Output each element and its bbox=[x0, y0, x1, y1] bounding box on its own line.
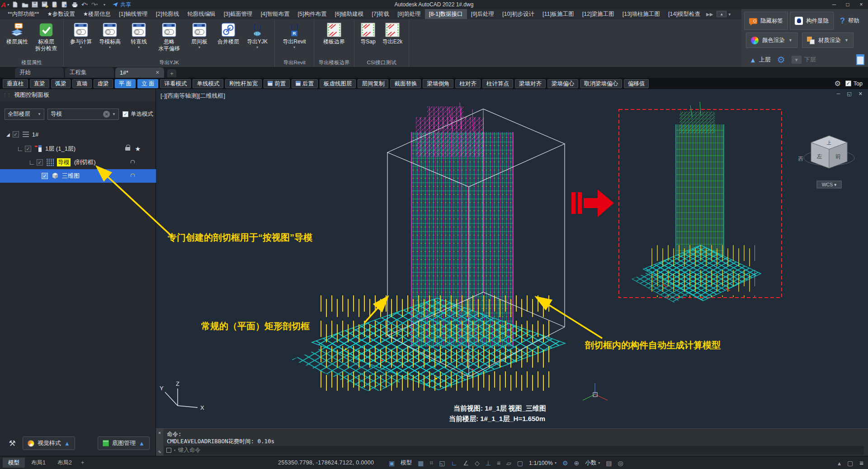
new-file-icon[interactable] bbox=[10, 0, 20, 9]
floor-filter-dropdown[interactable]: 全部楼层▼ bbox=[5, 109, 44, 120]
command-input[interactable]: ▾ 键入命令 bbox=[164, 446, 864, 455]
save-icon[interactable] bbox=[30, 0, 40, 9]
visual-style-button[interactable]: 视觉样式 ▲ bbox=[23, 436, 75, 450]
single-line-mode-button[interactable]: 单线模式 bbox=[193, 79, 223, 88]
straight-beam-button[interactable]: 直梁 bbox=[30, 79, 49, 88]
clean-screen-icon[interactable]: ▢ bbox=[847, 460, 853, 467]
export-sap-button[interactable]: 导Sap bbox=[357, 20, 379, 45]
redo-icon[interactable]: ↷▾ bbox=[90, 0, 99, 9]
ribbon-tab[interactable]: [12]梁施工图 bbox=[578, 9, 618, 19]
new-layout-button[interactable]: + bbox=[78, 458, 87, 468]
detail-mode-button[interactable]: 详看模式 bbox=[160, 79, 191, 88]
ribbon-tab[interactable]: [9]后处理 bbox=[467, 9, 498, 19]
transparency-icon[interactable]: ▱ bbox=[506, 460, 511, 467]
save-as-icon[interactable] bbox=[40, 0, 50, 9]
ribbon-tab[interactable]: [14]模型检查 bbox=[664, 9, 704, 19]
export-revit-button[interactable]: (↓)R 导出Revit▾ bbox=[278, 20, 311, 49]
clear-search-icon[interactable]: ✕ bbox=[103, 111, 110, 118]
open-folder-icon[interactable] bbox=[20, 0, 30, 9]
beam-wall-chamfer-button[interactable]: 梁墙倒角 bbox=[423, 79, 453, 88]
ribbon-tab[interactable]: [13]墙柱施工图 bbox=[618, 9, 664, 19]
single-select-mode-checkbox[interactable]: ✓单选模式 bbox=[123, 110, 153, 118]
lock-icon[interactable] bbox=[125, 147, 130, 151]
ribbon-tab[interactable]: **内部功能** bbox=[4, 9, 43, 19]
model-space-label[interactable]: 模型 bbox=[401, 459, 412, 467]
ribbon-tab[interactable]: ★参数设置 bbox=[43, 9, 79, 19]
merge-floors-button[interactable]: 合并楼层 bbox=[214, 20, 243, 45]
panel-header[interactable]: ⋮⋮ 视图控制面板 bbox=[0, 89, 156, 101]
section-replace-button[interactable]: 截面替换 bbox=[390, 79, 421, 88]
tools-icon[interactable]: ⚒ bbox=[5, 439, 19, 448]
slab-boundary-button[interactable]: 楼板边界 bbox=[317, 20, 351, 45]
dropdown-caret-icon[interactable]: ▾ bbox=[138, 45, 140, 49]
arc-beam-button[interactable]: 弧梁 bbox=[51, 79, 71, 88]
viewcube[interactable]: 上 左 前 西 WCS ▾ bbox=[798, 136, 855, 188]
ribbon-tab[interactable]: [10]初步设计 bbox=[498, 9, 538, 19]
annotation-monitor-icon[interactable]: ⊕ bbox=[574, 460, 579, 467]
standard-floor-split-check-button[interactable]: 标准层 拆分检查 bbox=[32, 20, 61, 52]
toolbar-settings-gear-icon[interactable]: ⚙ bbox=[835, 79, 841, 88]
command-line-panel[interactable]: ✕ ✎ 命令: CMDLEAVELOADRIBBON花费时间: 0.10s ▾ … bbox=[156, 428, 868, 456]
ortho-icon[interactable]: ∟ bbox=[451, 460, 458, 467]
view-search-combobox[interactable]: 导模 ✕ ▼ bbox=[47, 109, 119, 120]
close-command-panel-icon[interactable]: ✕ bbox=[158, 430, 161, 435]
ribbon-tab[interactable]: [4]智能布置 bbox=[257, 9, 294, 19]
dropdown-caret-icon[interactable]: ▾ bbox=[293, 45, 295, 49]
column-align-button[interactable]: 柱对齐 bbox=[455, 79, 481, 88]
close-button[interactable]: × bbox=[854, 0, 868, 9]
export-elevation-button[interactable]: 导模标高▾ bbox=[95, 20, 124, 49]
ribbon-tab[interactable]: [6]辅助建模 bbox=[330, 9, 368, 19]
tree-row-export-view[interactable]: ✓ 导模 (剖切框) bbox=[0, 156, 156, 169]
rigid-bar-widen-button[interactable]: 刚性杆加宽 bbox=[225, 79, 262, 88]
top-view-checkbox[interactable]: ✓Top bbox=[845, 81, 863, 87]
model-viewport[interactable]: [-][西南等轴测][二维线框] ─ ◱ ✕ bbox=[156, 89, 868, 428]
component-visibility-button[interactable]: 构件显隐 bbox=[790, 12, 834, 30]
join-calculation-button[interactable]: 参与计算▾ bbox=[66, 20, 95, 49]
new-tab-button[interactable]: + bbox=[167, 69, 176, 77]
lineweight-icon[interactable]: ≡ bbox=[497, 460, 500, 467]
mobile-save-icon[interactable] bbox=[50, 0, 60, 9]
share-button[interactable]: 共享 bbox=[112, 1, 131, 9]
quick-properties-icon[interactable]: ▤ bbox=[606, 460, 612, 467]
star-icon[interactable]: ★ bbox=[135, 145, 141, 152]
viewport-controls-label[interactable]: [-][西南等轴测][二维线框] bbox=[160, 92, 225, 100]
export-yjk-button[interactable]: (↓) 导出YJK▾ bbox=[243, 20, 272, 49]
cancel-eccentric-button[interactable]: 取消梁墙偏心 bbox=[580, 79, 622, 88]
expand-arrow-icon[interactable]: ◢ bbox=[6, 132, 10, 137]
layout-tab-model[interactable]: 模型 bbox=[3, 458, 25, 468]
interlayer-slab-button[interactable]: 层间板▾ bbox=[185, 20, 214, 49]
material-render-dropdown[interactable]: 材质渲染▼ bbox=[802, 33, 854, 48]
snap-icon[interactable]: ⌗ bbox=[429, 459, 433, 467]
ribbon-tab[interactable]: 轮廓线编辑 bbox=[183, 9, 220, 19]
vertical-column-button[interactable]: 垂直柱 bbox=[3, 79, 28, 88]
graphics-performance-icon[interactable]: ▴ bbox=[838, 460, 841, 467]
tree-checkbox[interactable]: ✓ bbox=[42, 173, 48, 179]
grid-icon[interactable]: ▦ bbox=[418, 460, 424, 467]
layout-tab-2[interactable]: 布局2 bbox=[52, 458, 77, 468]
tab-overflow-icon[interactable]: ▶▶ bbox=[704, 12, 715, 17]
plot-icon[interactable] bbox=[70, 0, 80, 9]
tree-row-3d-view-selected[interactable]: ✓ 三维图 bbox=[0, 169, 156, 183]
ribbon-tab[interactable]: [5]构件布置 bbox=[294, 9, 331, 19]
quick-access-dropdown-icon[interactable]: ▾ bbox=[99, 0, 109, 9]
offset-value-button[interactable]: 偏移值 bbox=[624, 79, 649, 88]
export-e2k-button[interactable]: 导出E2k bbox=[379, 20, 406, 45]
floor-properties-button[interactable]: ••• 楼层属性 bbox=[3, 20, 32, 45]
ribbon-tab[interactable]: [8]前处理 bbox=[393, 9, 425, 19]
ribbon-tab[interactable]: [2]轮廓线 bbox=[152, 9, 183, 19]
ribbon-tab[interactable]: [7]荷载 bbox=[368, 9, 393, 19]
file-tab-project[interactable]: 工程集 bbox=[65, 67, 114, 78]
tree-checkbox[interactable]: ✓ bbox=[13, 131, 19, 137]
tree-row-project[interactable]: ◢ ✓ 1# bbox=[0, 128, 156, 141]
convert-to-line-button[interactable]: 转直线▾ bbox=[124, 20, 153, 49]
plan-view-button[interactable]: 平 面 bbox=[115, 79, 136, 88]
maximize-button[interactable]: □ bbox=[841, 0, 854, 9]
ribbon-collapse-icon[interactable]: ▲ bbox=[717, 11, 726, 17]
bring-front-button[interactable]: 前置 bbox=[264, 79, 290, 88]
ribbon-tab[interactable]: ★楼层信息 bbox=[79, 9, 115, 19]
polar-tracking-icon[interactable]: ∠ bbox=[463, 460, 469, 467]
isolate-objects-icon[interactable]: ◎ bbox=[618, 460, 623, 467]
floor-settings-gear-icon[interactable]: ⚙ bbox=[777, 54, 785, 65]
ucs-icon[interactable]: Y Z X bbox=[160, 380, 204, 411]
straight-wall-button[interactable]: 直墙 bbox=[72, 79, 92, 88]
